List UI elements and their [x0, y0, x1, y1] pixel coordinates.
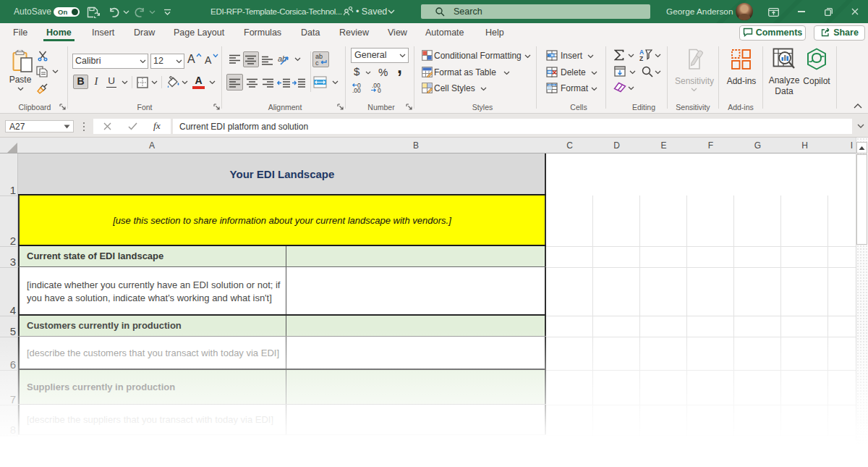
svg-text:ab: ab: [278, 54, 286, 63]
svg-text:c: c: [315, 59, 319, 67]
svg-text:0: 0: [357, 83, 361, 89]
svg-text:0: 0: [378, 87, 381, 93]
svg-text:Z: Z: [639, 55, 643, 62]
